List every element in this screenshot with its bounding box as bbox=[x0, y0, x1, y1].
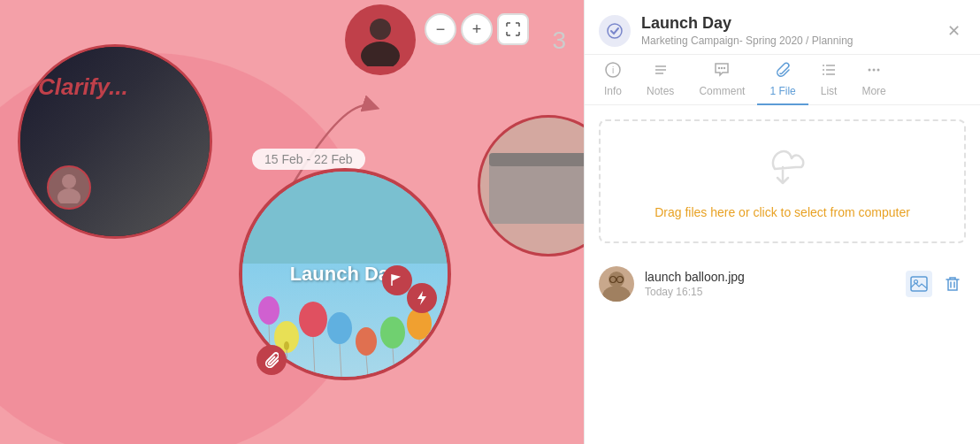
svg-line-18 bbox=[419, 340, 421, 377]
tab-file-label: 1 File bbox=[769, 85, 795, 97]
svg-line-14 bbox=[393, 348, 394, 377]
tab-bar: i Info Notes bbox=[585, 55, 980, 105]
canvas-area: Clarify... − + bbox=[0, 0, 584, 444]
svg-point-3 bbox=[361, 42, 400, 66]
top-avatar-circle bbox=[345, 4, 416, 75]
svg-point-21 bbox=[608, 24, 622, 38]
file-user-avatar bbox=[599, 266, 634, 302]
tab-notes-label: Notes bbox=[647, 85, 674, 97]
zoom-plus-button[interactable]: + bbox=[461, 13, 493, 45]
svg-point-40 bbox=[602, 286, 631, 302]
bolt-icon[interactable] bbox=[407, 283, 437, 313]
launch-upper-bg bbox=[242, 172, 448, 264]
file-actions bbox=[906, 271, 966, 297]
zoom-expand-button[interactable] bbox=[497, 13, 529, 45]
file-delete-button[interactable] bbox=[939, 271, 966, 297]
svg-line-12 bbox=[366, 356, 368, 377]
badge-number: 3 bbox=[552, 27, 566, 55]
file-icon bbox=[775, 62, 791, 82]
svg-text:i: i bbox=[612, 65, 614, 75]
tab-list-label: List bbox=[821, 85, 838, 97]
svg-point-2 bbox=[370, 19, 391, 40]
tab-notes[interactable]: Notes bbox=[634, 55, 686, 104]
zoom-controls[interactable]: − + bbox=[425, 13, 529, 45]
svg-point-9 bbox=[327, 312, 352, 344]
check-circle[interactable] bbox=[599, 15, 631, 47]
svg-point-15 bbox=[258, 296, 279, 325]
zoom-minus-button[interactable]: − bbox=[425, 13, 456, 45]
tab-comment[interactable]: Comment bbox=[686, 55, 757, 104]
avatar-clarify bbox=[47, 165, 91, 210]
file-item: launch balloon.jpg Today 16:15 bbox=[585, 257, 980, 310]
svg-point-1 bbox=[57, 188, 80, 203]
drop-zone-icon bbox=[761, 141, 805, 197]
panel-title-area: Launch Day Marketing Campaign- Spring 20… bbox=[641, 14, 930, 47]
panel-subtitle: Marketing Campaign- Spring 2020 / Planni… bbox=[641, 34, 930, 47]
svg-rect-44 bbox=[911, 277, 927, 291]
tab-more[interactable]: More bbox=[849, 55, 898, 104]
svg-point-5 bbox=[284, 341, 289, 350]
svg-point-27 bbox=[718, 67, 720, 69]
tab-file[interactable]: 1 File bbox=[757, 55, 808, 104]
info-icon: i bbox=[605, 62, 621, 82]
svg-point-7 bbox=[299, 302, 327, 337]
date-range-label: 15 Feb - 22 Feb bbox=[252, 149, 365, 170]
tab-info-label: Info bbox=[604, 85, 622, 97]
svg-point-38 bbox=[877, 69, 880, 72]
svg-rect-20 bbox=[489, 153, 584, 166]
right-circle bbox=[478, 115, 584, 256]
comment-icon bbox=[714, 62, 730, 82]
svg-point-0 bbox=[62, 174, 76, 188]
tab-list[interactable]: List bbox=[808, 55, 850, 104]
file-info: launch balloon.jpg Today 16:15 bbox=[645, 270, 895, 298]
tab-info[interactable]: i Info bbox=[592, 55, 634, 104]
file-preview-button[interactable] bbox=[906, 271, 932, 297]
svg-point-29 bbox=[724, 67, 725, 69]
file-drop-zone[interactable]: Drag files here or click to select from … bbox=[599, 119, 966, 243]
clarify-label: Clarify... bbox=[38, 73, 128, 101]
svg-point-37 bbox=[873, 69, 876, 72]
svg-point-28 bbox=[721, 67, 723, 69]
panel-title: Launch Day bbox=[641, 14, 930, 33]
list-icon bbox=[821, 62, 837, 82]
attachment-icon[interactable] bbox=[256, 345, 287, 375]
svg-point-36 bbox=[869, 69, 871, 72]
svg-line-6 bbox=[287, 350, 288, 377]
file-name: launch balloon.jpg bbox=[645, 270, 895, 284]
close-button[interactable]: ✕ bbox=[941, 19, 966, 43]
tab-comment-label: Comment bbox=[699, 85, 745, 97]
clarify-circle[interactable]: Clarify... bbox=[18, 44, 212, 239]
svg-line-10 bbox=[340, 344, 341, 377]
right-panel: Launch Day Marketing Campaign- Spring 20… bbox=[584, 0, 980, 444]
panel-header: Launch Day Marketing Campaign- Spring 20… bbox=[585, 0, 980, 55]
svg-point-13 bbox=[380, 317, 405, 348]
file-date: Today 16:15 bbox=[645, 286, 895, 298]
drop-zone-text: Drag files here or click to select from … bbox=[655, 204, 910, 222]
svg-point-11 bbox=[356, 327, 377, 356]
more-icon bbox=[866, 62, 882, 82]
tab-more-label: More bbox=[861, 85, 885, 97]
svg-line-8 bbox=[313, 337, 315, 377]
notes-icon bbox=[653, 62, 669, 82]
